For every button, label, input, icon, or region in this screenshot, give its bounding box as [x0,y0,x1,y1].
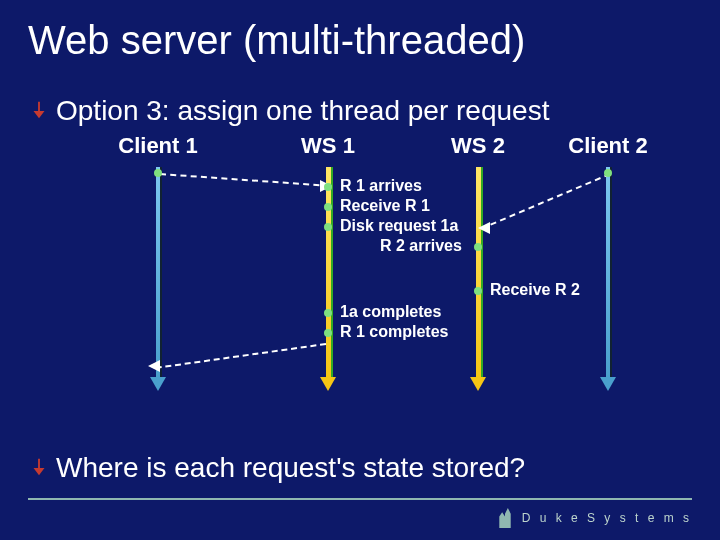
arrow-down-icon [28,457,50,479]
label-1a-completes: 1a completes [340,303,441,321]
event-dot [324,223,332,231]
msg-r1-return [156,343,327,369]
bullet-text-1: Option 3: assign one thread per request [56,95,549,127]
col-client1: Client 1 [118,133,197,159]
event-dot [474,243,482,251]
arrowhead-icon [148,360,160,372]
footer-divider [28,498,692,500]
label-receive-r1: Receive R 1 [340,197,430,215]
cathedral-icon [496,508,514,528]
arrowhead-icon [478,222,490,234]
event-dot [154,169,162,177]
footer-text: D u k e S y s t e m s [522,511,692,525]
arrow-down-icon [28,100,50,122]
label-receive-r2: Receive R 2 [490,281,580,299]
footer-logo: D u k e S y s t e m s [496,508,692,528]
label-disk-1a: Disk request 1a [340,217,458,235]
arrowhead-icon [320,377,336,391]
event-dot [324,203,332,211]
content-area: Option 3: assign one thread per request … [0,95,720,413]
lifeline-ws2 [476,167,481,377]
event-dot [324,329,332,337]
bullet-option3: Option 3: assign one thread per request [28,95,692,127]
msg-r2 [481,173,611,230]
bullet-text-2: Where is each request's state stored? [56,452,525,484]
event-dot [604,169,612,177]
arrowhead-icon [600,377,616,391]
page-title: Web server (multi-threaded) [0,0,720,67]
col-ws1: WS 1 [301,133,355,159]
arrowhead-icon [470,377,486,391]
msg-r1 [160,173,330,187]
lifeline-client2 [606,167,610,377]
event-dot [474,287,482,295]
col-ws2: WS 2 [451,133,505,159]
event-dot [324,183,332,191]
bullet-question: Where is each request's state stored? [28,452,525,484]
lifeline-client1 [156,167,160,377]
label-r1-completes: R 1 completes [340,323,448,341]
label-r1-arrives: R 1 arrives [340,177,422,195]
label-r2-arrives: R 2 arrives [380,237,462,255]
sequence-diagram: Client 1 WS 1 WS 2 Client 2 [68,133,708,413]
lifeline-ws1 [326,167,331,377]
event-dot [324,309,332,317]
col-client2: Client 2 [568,133,647,159]
arrowhead-icon [150,377,166,391]
